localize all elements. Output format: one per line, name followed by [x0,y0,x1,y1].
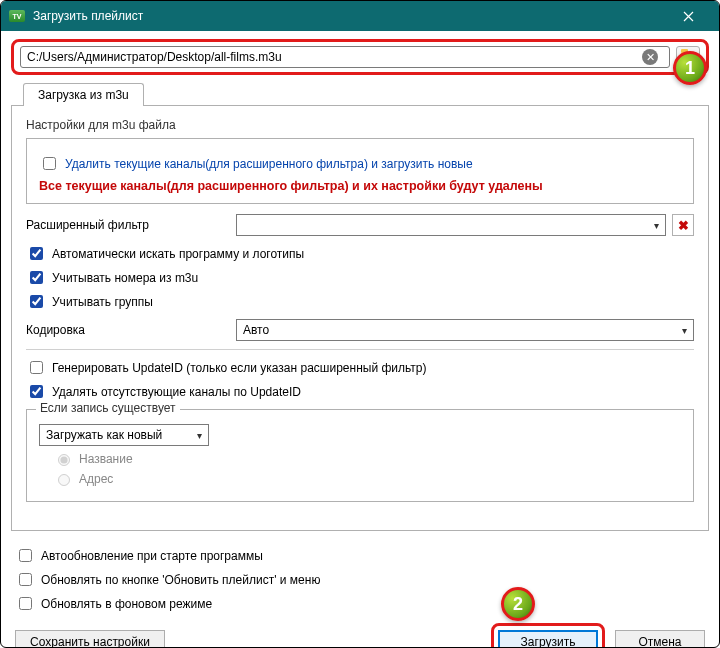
radio-name-label: Название [79,452,133,466]
settings-group-label: Настройки для m3u файла [26,118,694,132]
tab-panel: Настройки для m3u файла Удалить текущие … [11,105,709,531]
checkbox-use-groups-label: Учитывать группы [52,295,153,309]
if-exists-legend: Если запись существует [36,401,180,415]
cancel-button[interactable]: Отмена [615,630,705,648]
close-button[interactable] [666,1,711,31]
chevron-down-icon: ▾ [654,220,659,231]
load-button[interactable]: Загрузить [498,630,598,648]
checkbox-update-button[interactable] [19,573,32,586]
tab-strip: Загрузка из m3u [11,83,709,106]
checkbox-delete-and-load[interactable] [43,157,56,170]
checkbox-use-numbers-label: Учитывать номера из m3u [52,271,198,285]
if-exists-value: Загружать как новый [46,428,162,442]
load-highlight: Загрузить [491,623,605,648]
window-title: Загрузить плейлист [33,9,666,23]
chevron-down-icon: ▾ [197,430,202,441]
checkbox-update-background[interactable] [19,597,32,610]
save-settings-button[interactable]: Сохранить настройки [15,630,165,648]
checkbox-auto-search[interactable] [30,247,43,260]
checkbox-use-groups[interactable] [30,295,43,308]
checkbox-use-numbers[interactable] [30,271,43,284]
clear-icon: ✕ [646,52,655,63]
radio-address [58,474,70,486]
warning-text: Все текущие каналы(для расширенного филь… [39,179,681,193]
annotation-marker-1: 1 [673,51,707,85]
radio-address-label: Адрес [79,472,113,486]
checkbox-delete-missing[interactable] [30,385,43,398]
checkbox-delete-missing-label: Удалять отсутствующие каналы по UpdateID [52,385,301,399]
encoding-select[interactable]: Авто ▾ [236,319,694,341]
checkbox-generate-updateid[interactable] [30,361,43,374]
path-row: ✕ [11,39,709,75]
extended-filter-select[interactable]: ▾ [236,214,666,236]
encoding-label: Кодировка [26,323,226,337]
extended-filter-label: Расширенный фильтр [26,218,226,232]
app-icon: TV [9,10,25,22]
path-input[interactable] [20,46,670,68]
clear-path-button[interactable]: ✕ [642,49,658,65]
tab-m3u-load[interactable]: Загрузка из m3u [23,83,144,106]
radio-name [58,454,70,466]
remove-icon: ✖ [678,218,689,233]
checkbox-delete-and-load-label: Удалить текущие каналы(для расширенного … [65,157,473,171]
checkbox-auto-search-label: Автоматически искать программу и логотип… [52,247,304,261]
checkbox-update-button-label: Обновлять по кнопке 'Обновить плейлист' … [41,573,320,587]
delete-channels-box: Удалить текущие каналы(для расширенного … [26,138,694,204]
checkbox-update-background-label: Обновлять в фоновом режиме [41,597,212,611]
chevron-down-icon: ▾ [682,325,687,336]
annotation-marker-2: 2 [501,587,535,621]
checkbox-generate-updateid-label: Генерировать UpdateID (только если указа… [52,361,426,375]
checkbox-autoupdate-start-label: Автообновление при старте программы [41,549,263,563]
if-exists-select[interactable]: Загружать как новый ▾ [39,424,209,446]
checkbox-autoupdate-start[interactable] [19,549,32,562]
close-icon [683,11,694,22]
remove-filter-button[interactable]: ✖ [672,214,694,236]
titlebar: TV Загрузить плейлист [1,1,719,31]
encoding-value: Авто [243,323,269,337]
